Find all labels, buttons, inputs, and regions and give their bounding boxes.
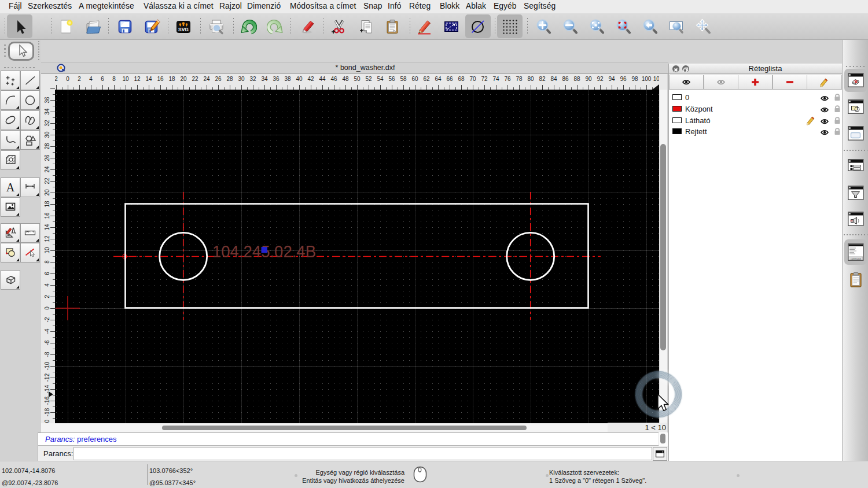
svg-text:command: command [851, 257, 861, 260]
svg-text:SVG: SVG [178, 27, 189, 32]
svg-text:A: A [6, 182, 14, 194]
